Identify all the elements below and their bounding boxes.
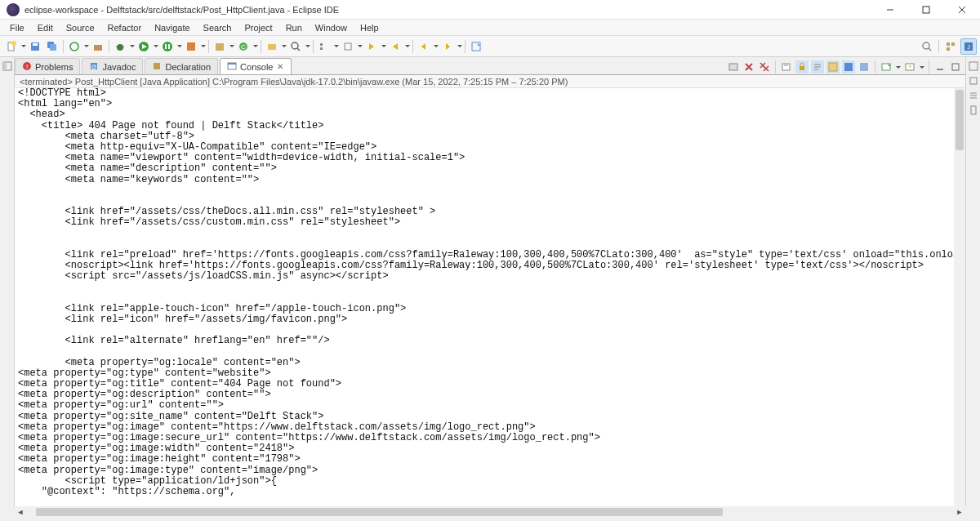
- new-dropdown[interactable]: [20, 38, 26, 55]
- run-last-button[interactable]: [183, 38, 199, 55]
- tab-javadoc[interactable]: @ Javadoc: [82, 58, 143, 74]
- restore-right-icon[interactable]: [968, 60, 979, 72]
- status-corner: [967, 508, 978, 519]
- menu-search[interactable]: Search: [197, 21, 238, 34]
- display-console-button[interactable]: [880, 60, 893, 73]
- search-button[interactable]: [287, 38, 304, 55]
- horizontal-scroll-track[interactable]: [26, 506, 954, 518]
- maximize-button[interactable]: [908, 0, 944, 20]
- menu-window[interactable]: Window: [309, 21, 354, 34]
- open-console-dropdown[interactable]: [919, 59, 924, 75]
- show-console-stderr-button[interactable]: [858, 60, 871, 73]
- tab-declaration-label: Declaration: [165, 62, 211, 72]
- scroll-right-button[interactable]: ►: [954, 506, 965, 518]
- annotation-dropdown[interactable]: [357, 38, 363, 55]
- vertical-scrollbar-thumb[interactable]: [956, 90, 964, 150]
- svg-rect-9: [50, 44, 56, 51]
- console-output[interactable]: <!DOCTYPE html> <html lang="en"> <head> …: [15, 88, 965, 506]
- prev-annotation-button[interactable]: [387, 38, 403, 55]
- console-clear-button[interactable]: [727, 60, 740, 73]
- remove-launch-button[interactable]: [742, 60, 755, 73]
- svg-text:!: !: [26, 63, 28, 70]
- new-button[interactable]: [3, 38, 20, 55]
- coverage-button[interactable]: [159, 38, 176, 55]
- new-class-button[interactable]: C: [235, 38, 252, 55]
- new-class-dropdown[interactable]: [252, 38, 258, 55]
- back-button[interactable]: [416, 38, 432, 55]
- annotation-button[interactable]: [340, 38, 356, 55]
- search-dropdown[interactable]: [305, 38, 310, 55]
- open-perspective-button[interactable]: [942, 38, 959, 55]
- horizontal-scrollbar[interactable]: ◄ ►: [15, 506, 965, 518]
- open-type-dropdown[interactable]: [281, 38, 287, 55]
- console-icon: [227, 61, 237, 73]
- coverage-dropdown[interactable]: [176, 38, 182, 55]
- menu-help[interactable]: Help: [354, 21, 385, 34]
- menu-file[interactable]: File: [3, 21, 31, 34]
- menu-source[interactable]: Source: [60, 21, 101, 34]
- svg-rect-51: [971, 106, 976, 114]
- prev-annotation-dropdown[interactable]: [404, 38, 410, 55]
- svg-rect-56: [154, 63, 160, 69]
- svg-rect-74: [860, 63, 868, 71]
- debug-dropdown[interactable]: [129, 38, 135, 55]
- clear-console-button[interactable]: [780, 60, 793, 73]
- svg-marker-34: [446, 43, 450, 50]
- run-button[interactable]: [136, 38, 152, 55]
- close-icon[interactable]: ✕: [276, 63, 284, 71]
- menu-navigate[interactable]: Navigate: [148, 21, 196, 34]
- next-annotation-dropdown[interactable]: [381, 38, 386, 55]
- new-package-dropdown[interactable]: [229, 38, 234, 55]
- minimize-view-button[interactable]: [933, 60, 947, 73]
- remove-all-button[interactable]: [758, 60, 771, 73]
- forward-dropdown[interactable]: [457, 38, 462, 55]
- debug-button[interactable]: [112, 38, 128, 55]
- tab-console[interactable]: Console ✕: [220, 58, 292, 74]
- scroll-lock-button[interactable]: [795, 60, 808, 73]
- back-dropdown[interactable]: [433, 38, 439, 55]
- new-package-button[interactable]: [212, 38, 228, 55]
- menu-refactor[interactable]: Refactor: [101, 21, 149, 34]
- vertical-scrollbar[interactable]: [954, 88, 965, 506]
- forward-button[interactable]: [439, 38, 456, 55]
- tab-declaration[interactable]: Declaration: [145, 58, 218, 74]
- toggle-breadcrumb-button[interactable]: [316, 38, 332, 55]
- outline-shortcut-icon[interactable]: [968, 75, 979, 87]
- run-last-dropdown[interactable]: [200, 38, 206, 55]
- java-perspective-button[interactable]: J: [960, 38, 977, 55]
- run-dropdown[interactable]: [153, 38, 158, 55]
- svg-rect-45: [3, 62, 7, 70]
- pin-editor-button[interactable]: [468, 38, 484, 55]
- save-button[interactable]: [27, 38, 43, 55]
- maximize-view-button[interactable]: [949, 60, 962, 73]
- restore-view-icon[interactable]: [2, 60, 13, 72]
- minimize-button[interactable]: [872, 0, 908, 20]
- refresh-dropdown[interactable]: [83, 38, 89, 55]
- display-console-dropdown[interactable]: [895, 59, 901, 75]
- next-annotation-button[interactable]: [363, 38, 380, 55]
- quick-access-button[interactable]: [919, 38, 935, 55]
- toggle-breadcrumb-dropdown[interactable]: [333, 38, 339, 55]
- menu-project[interactable]: Project: [238, 21, 278, 34]
- tasks-shortcut-icon[interactable]: [968, 90, 979, 101]
- menu-edit[interactable]: Edit: [31, 21, 60, 34]
- refresh-button[interactable]: [66, 38, 82, 55]
- scroll-left-button[interactable]: ◄: [15, 506, 26, 518]
- svg-text:@: @: [91, 64, 97, 69]
- bookmarks-shortcut-icon[interactable]: [968, 105, 979, 116]
- console-text[interactable]: <!DOCTYPE html> <html lang="en"> <head> …: [15, 88, 965, 497]
- show-console-stdout-button[interactable]: [842, 60, 855, 73]
- build-button[interactable]: [90, 38, 106, 55]
- tab-problems[interactable]: ! Problems: [15, 58, 80, 74]
- close-button[interactable]: [944, 0, 980, 20]
- save-all-button[interactable]: [44, 38, 60, 55]
- menu-run[interactable]: Run: [279, 21, 309, 34]
- svg-point-26: [292, 42, 298, 49]
- pin-console-button[interactable]: [826, 60, 840, 73]
- open-type-button[interactable]: [264, 38, 280, 55]
- svg-rect-19: [165, 44, 167, 49]
- horizontal-scrollbar-thumb[interactable]: [36, 508, 723, 516]
- open-console-button[interactable]: +: [903, 60, 916, 73]
- svg-text:C: C: [241, 43, 246, 51]
- word-wrap-button[interactable]: [811, 60, 824, 73]
